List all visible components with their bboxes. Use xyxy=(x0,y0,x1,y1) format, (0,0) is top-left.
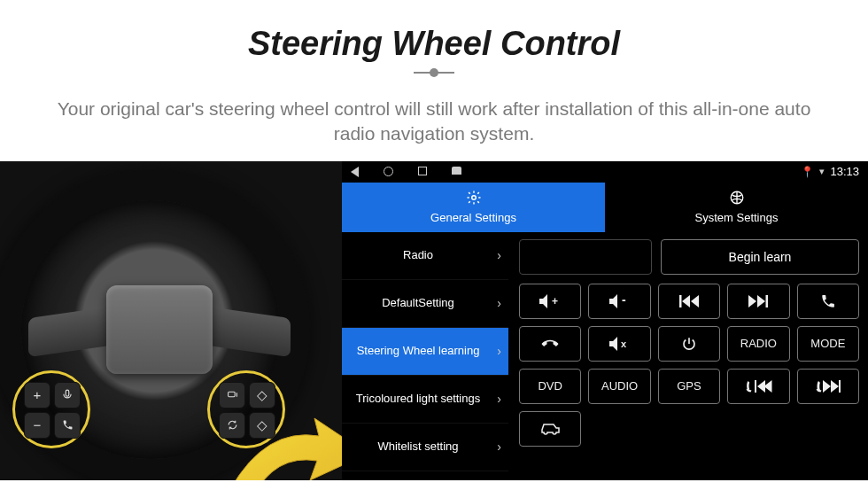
wheel-btn-phone-icon xyxy=(54,412,81,439)
swc-call-answer-button[interactable] xyxy=(797,284,859,319)
swc-dvd-button[interactable]: DVD xyxy=(519,369,581,404)
settings-tabs: General Settings System Settings xyxy=(342,183,868,232)
swc-next-button[interactable] xyxy=(727,284,789,319)
sidebar-item-label: DefaultSetting xyxy=(382,296,454,310)
wheel-btn-voice-icon xyxy=(54,382,81,409)
title-separator xyxy=(414,72,454,74)
swc-car-button[interactable] xyxy=(519,411,581,447)
sidebar-item-whitelist[interactable]: Whitelist setting › xyxy=(342,424,508,471)
phone-icon xyxy=(820,293,836,309)
steering-wheel-photo: + − ◇ ◇ xyxy=(0,161,342,480)
svg-rect-5 xyxy=(679,295,682,307)
svg-text:x: x xyxy=(621,338,627,349)
next-track-icon xyxy=(748,295,768,307)
swc-button-label: DVD xyxy=(538,379,562,393)
wheel-btn-up-icon: ◇ xyxy=(249,382,275,409)
swc-button-label: MODE xyxy=(810,337,845,350)
sidebar-item-label: Radio xyxy=(403,248,433,262)
swc-button-label: AUDIO xyxy=(601,379,638,393)
swc-radio-button[interactable]: RADIO xyxy=(727,326,789,362)
learn-indicator-box xyxy=(519,239,652,275)
volume-up-icon: + xyxy=(539,293,562,309)
sidebar-item-label: Tricoloured light settings xyxy=(356,392,480,406)
page-header: Steering Wheel Control xyxy=(0,0,868,84)
swc-button-label: RADIO xyxy=(740,337,777,350)
sidebar-item-radio[interactable]: Radio › xyxy=(342,232,508,280)
call-next-icon xyxy=(814,380,842,393)
call-prev-icon xyxy=(744,380,772,393)
wheel-button-cluster-right: ◇ ◇ xyxy=(207,370,285,448)
sidebar-item-label: Whitelist setting xyxy=(377,440,458,454)
nav-recent-icon[interactable] xyxy=(418,167,427,175)
swc-call-prev-button[interactable] xyxy=(727,369,789,404)
swc-call-next-button[interactable] xyxy=(797,369,859,404)
tab-general-settings[interactable]: General Settings xyxy=(342,183,605,232)
page-subtitle: Your original car's steering wheel contr… xyxy=(0,84,868,161)
wheel-btn-down-icon: ◇ xyxy=(249,412,275,439)
chevron-right-icon: › xyxy=(497,248,501,263)
swc-power-button[interactable] xyxy=(658,326,720,362)
page-title: Steering Wheel Control xyxy=(35,25,833,63)
svg-text:-: - xyxy=(622,293,626,307)
system-icon xyxy=(729,190,745,209)
car-icon xyxy=(539,422,561,436)
sidebar-item-default-setting[interactable]: DefaultSetting › xyxy=(342,280,508,328)
swc-button-grid: + - xyxy=(519,284,859,447)
settings-sidebar: Radio › DefaultSetting › Steering Wheel … xyxy=(342,232,510,480)
wheel-btn-cycle-icon xyxy=(219,412,245,439)
wheel-hub xyxy=(106,285,213,374)
chevron-right-icon: › xyxy=(497,392,501,407)
settings-content: Radio › DefaultSetting › Steering Wheel … xyxy=(342,232,868,480)
wifi-icon: ▾ xyxy=(819,166,825,177)
chevron-right-icon: › xyxy=(497,440,501,455)
svg-point-1 xyxy=(471,196,476,200)
status-time: 13:13 xyxy=(830,165,859,178)
chevron-right-icon: › xyxy=(497,296,501,311)
wheel-button-cluster-left: + − xyxy=(12,370,90,448)
swc-prev-button[interactable] xyxy=(658,284,720,319)
learning-panel: Begin learn + - xyxy=(510,232,868,480)
location-icon: 📍 xyxy=(801,166,814,178)
swc-mode-button[interactable]: MODE xyxy=(797,326,859,362)
begin-learn-label: Begin learn xyxy=(729,250,792,264)
swc-vol-up-button[interactable]: + xyxy=(519,284,581,319)
svg-rect-9 xyxy=(839,380,841,393)
prev-track-icon xyxy=(679,295,699,307)
svg-rect-6 xyxy=(766,295,769,307)
main-content: + − ◇ ◇ xyxy=(0,161,868,480)
gear-icon xyxy=(466,190,482,209)
svg-rect-0 xyxy=(228,392,235,396)
nav-back-icon[interactable] xyxy=(351,167,359,177)
nav-card-icon[interactable] xyxy=(452,167,461,175)
power-icon xyxy=(681,336,697,352)
begin-learn-row: Begin learn xyxy=(519,239,859,275)
tab-label: General Settings xyxy=(430,211,516,224)
tab-label: System Settings xyxy=(695,211,779,224)
wheel-btn-minus: − xyxy=(24,412,50,439)
sidebar-item-steering-wheel-learning[interactable]: Steering Wheel learning › xyxy=(342,328,508,376)
swc-audio-button[interactable]: AUDIO xyxy=(588,369,650,404)
tab-system-settings[interactable]: System Settings xyxy=(605,183,868,232)
android-screen: 📍 ▾ 13:13 General Settings System Settin… xyxy=(342,161,868,480)
wheel-btn-plus: + xyxy=(24,382,50,409)
mute-icon: x xyxy=(608,336,632,352)
svg-text:+: + xyxy=(552,295,558,307)
volume-down-icon: - xyxy=(608,293,632,309)
wheel-btn-src-icon xyxy=(219,382,245,409)
swc-mute-button[interactable]: x xyxy=(588,326,650,362)
swc-button-label: GPS xyxy=(677,379,701,393)
swc-call-end-button[interactable] xyxy=(519,326,581,362)
chevron-right-icon: › xyxy=(497,344,501,359)
sidebar-item-label: Steering Wheel learning xyxy=(357,344,480,358)
hangup-icon xyxy=(540,336,560,352)
nav-home-icon[interactable] xyxy=(384,167,393,176)
svg-rect-8 xyxy=(755,380,756,393)
android-status-bar: 📍 ▾ 13:13 xyxy=(342,161,868,183)
sidebar-item-tricoloured-light[interactable]: Tricoloured light settings › xyxy=(342,376,508,424)
swc-vol-down-button[interactable]: - xyxy=(588,284,650,319)
begin-learn-button[interactable]: Begin learn xyxy=(661,239,859,275)
swc-gps-button[interactable]: GPS xyxy=(658,369,720,404)
